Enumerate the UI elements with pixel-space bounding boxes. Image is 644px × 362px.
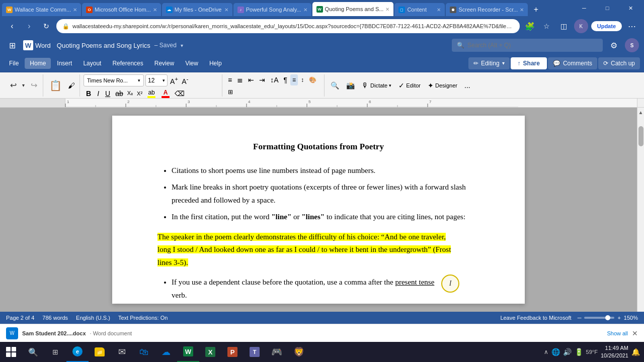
italic-button[interactable]: I (95, 88, 102, 99)
menu-item-home[interactable]: Home (25, 58, 51, 69)
store-taskbar-icon[interactable]: 🛍 (133, 342, 155, 362)
task-view-button[interactable]: ⊞ (44, 342, 66, 362)
update-button[interactable]: Update (591, 21, 622, 31)
search-taskbar-button[interactable]: 🔍 (22, 342, 44, 362)
tab2-close[interactable]: ✕ (153, 7, 157, 13)
doc-scroll-area[interactable]: Formatting Quotations from Poetry Citati… (0, 108, 637, 312)
editing-button[interactable]: ✏ Editing ▾ (468, 57, 510, 69)
subscript-button[interactable]: X₂ (126, 88, 134, 99)
browser-tab-4[interactable]: ♪ Powerful Song Analy... ✕ (233, 3, 311, 16)
extensions-button[interactable]: 🧩 (523, 19, 537, 33)
refresh-button[interactable]: ↻ (39, 19, 53, 33)
bullets-button[interactable]: ≡ (226, 74, 234, 85)
vertical-scrollbar[interactable]: ▲ (637, 108, 644, 312)
network-icon[interactable]: 🌐 (551, 348, 560, 356)
comments-button[interactable]: 💬 Comments (548, 57, 597, 69)
increase-indent-button[interactable]: ⇥ (257, 74, 267, 85)
menu-item-layout[interactable]: Layout (78, 58, 106, 69)
zoom-slider[interactable] (584, 317, 614, 319)
address-field[interactable]: 🔒 wallacestateedu-my.sharepoint.com/w:/r… (56, 19, 520, 33)
search-input[interactable] (467, 42, 583, 49)
start-button[interactable] (0, 342, 22, 362)
share-button[interactable]: ↑ Share (511, 57, 547, 69)
battery-icon[interactable]: 🔋 (575, 348, 583, 356)
catchup-button[interactable]: ⟳ Catch up (598, 57, 640, 69)
browser-tab-3[interactable]: ☁ My files - OneDrive ✕ (162, 3, 232, 16)
line-spacing-button[interactable]: ↕ (299, 74, 306, 85)
word-taskbar-icon[interactable]: W (177, 342, 199, 362)
dictate-button[interactable]: 🎙 Dictate ▾ (359, 78, 394, 93)
bold-button[interactable]: B (84, 88, 94, 99)
paste-button[interactable]: 📋 (47, 75, 64, 96)
edge-taskbar-icon[interactable]: e (66, 342, 89, 362)
find-button[interactable]: 🔍 (328, 78, 342, 93)
mail-taskbar-icon[interactable]: ✉ (111, 342, 133, 362)
menu-item-insert[interactable]: Insert (52, 58, 77, 69)
word-grid-icon[interactable]: ⊞ (5, 38, 19, 52)
tab7-close[interactable]: ✕ (520, 7, 524, 13)
clear-format-button[interactable]: ⌫ (173, 88, 186, 99)
collections-button[interactable]: ◫ (557, 19, 571, 33)
font-color-button[interactable]: A (159, 88, 172, 99)
shading-button[interactable]: 🎨 (307, 74, 318, 85)
browser-tab-1[interactable]: W Wallace State Comm... ✕ (2, 3, 81, 16)
undo-button[interactable]: ↩ (6, 78, 20, 93)
highlight-button[interactable]: ab (145, 88, 158, 99)
align-left-button[interactable]: ≡ (290, 74, 298, 85)
zoom-minus[interactable]: ─ (578, 315, 582, 321)
scroll-up-button[interactable]: ▲ (637, 109, 644, 116)
settings-icon[interactable]: ⚙ (607, 38, 621, 52)
profile-button[interactable]: K (574, 19, 588, 33)
editor-button[interactable]: ✓ Editor (396, 78, 423, 93)
show-para-marks-button[interactable]: ¶ (282, 74, 290, 85)
menu-item-references[interactable]: References (107, 58, 148, 69)
close-button[interactable]: ✕ (619, 0, 642, 16)
browser-tab-7[interactable]: ⏺ Screen Recorder - Scr... ✕ (446, 3, 528, 16)
menu-item-review[interactable]: Review (149, 58, 179, 69)
word-search-bar[interactable]: 🔍 (452, 39, 603, 52)
undo-dropdown[interactable]: ▾ (21, 78, 26, 93)
tab3-close[interactable]: ✕ (224, 7, 228, 13)
underline-button[interactable]: U (103, 88, 113, 99)
tab5-close[interactable]: ✕ (385, 7, 389, 12)
show-all-link[interactable]: Show all (607, 330, 628, 336)
designer-button[interactable]: ✦ Designer (425, 78, 460, 93)
decrease-indent-button[interactable]: ⇤ (246, 74, 256, 85)
tab6-close[interactable]: ✕ (437, 7, 441, 13)
ribbon-more-button[interactable]: ... (462, 78, 473, 93)
volume-icon[interactable]: 🔊 (563, 348, 572, 356)
new-tab-button[interactable]: + (529, 3, 543, 16)
favorites-button[interactable]: ☆ (540, 19, 554, 33)
redo-button[interactable]: ↪ (27, 78, 41, 93)
doc-dropdown-arrow[interactable]: ▾ (181, 43, 183, 48)
tab4-close[interactable]: ✕ (303, 7, 307, 13)
games-taskbar-icon[interactable]: 🎮 (266, 342, 288, 362)
font-name-dropdown[interactable]: Times New Ro... ▾ (84, 74, 144, 86)
scroll-thumb[interactable] (638, 126, 643, 146)
browser-tab-5[interactable]: W Quoting Poems and S... ✕ (312, 2, 394, 16)
numbering-button[interactable]: ≣ (235, 74, 245, 85)
teams-taskbar-icon[interactable]: T (244, 342, 266, 362)
chevron-up-icon[interactable]: ∧ (544, 348, 548, 355)
excel-taskbar-icon[interactable]: X (199, 342, 221, 362)
explorer-taskbar-icon[interactable]: 📁 (89, 342, 111, 362)
font-shrink-button[interactable]: A- (181, 74, 189, 86)
zoom-plus[interactable]: + (617, 315, 620, 321)
onedrive-taskbar-icon[interactable]: ☁ (155, 342, 177, 362)
avatar[interactable]: S (625, 38, 639, 52)
browser-tab-6[interactable]: ◻ Content ✕ (394, 3, 445, 16)
settings-button[interactable]: ⋯ (625, 19, 639, 33)
extra-taskbar-icon[interactable]: 🦁 (288, 342, 310, 362)
minimize-button[interactable]: ─ (573, 0, 596, 16)
font-size-dropdown[interactable]: 12 ▾ (145, 74, 168, 86)
maximize-button[interactable]: □ (596, 0, 619, 16)
menu-item-file[interactable]: File (4, 58, 24, 69)
borders-button[interactable]: ⊞ (226, 86, 235, 98)
format-painter-button[interactable]: 🖌 (65, 78, 77, 93)
browser-tab-2[interactable]: O Microsoft Office Hom... ✕ (82, 3, 161, 16)
powerpoint-taskbar-icon[interactable]: P (221, 342, 244, 362)
font-grow-button[interactable]: A+ (169, 74, 179, 86)
notif-close-button[interactable]: ✕ (632, 329, 638, 337)
tab1-close[interactable]: ✕ (73, 7, 77, 13)
back-button[interactable]: ‹ (5, 19, 19, 33)
